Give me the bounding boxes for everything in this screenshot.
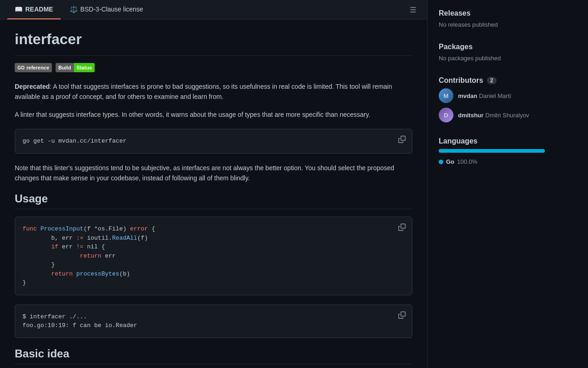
readme-area: interfacer GO reference Build Status Dep — [0, 20, 427, 368]
languages-label: Languages — [439, 137, 477, 145]
code-readall: ReadAll — [112, 235, 137, 242]
contributor-dmitshur[interactable]: D dmitshur Dmitri Shuralyov — [439, 108, 545, 122]
code-processbytes: processBytes — [73, 270, 119, 277]
languages-title: Languages — [439, 137, 545, 145]
main-content: 📖 README ⚖️ BSD-3-Clause license ☰ inter… — [0, 0, 427, 368]
cli-code-block: $ interfacer ./... foo.go:10:19: f can b… — [15, 305, 413, 338]
badge-go-left: GO reference — [15, 63, 52, 72]
code-return-error: error — [130, 225, 148, 232]
deprecated-text: : A tool that suggests interfaces is pro… — [15, 83, 392, 100]
code-if: if — [51, 243, 58, 250]
code-if-expr: err — [58, 243, 76, 250]
contributors-label: Contributors — [439, 76, 483, 85]
code-params: (f *os.File) — [84, 225, 130, 232]
contributor-mvdan[interactable]: M mvdan Daniel Martí — [439, 88, 545, 103]
code-func-keyword: func — [23, 225, 37, 232]
tab-readme[interactable]: 📖 README — [7, 0, 61, 19]
install-code-block: go get -u mvdan.cc/interfacer — [15, 129, 413, 154]
code-close-func: } — [23, 279, 26, 286]
copy-usage-button[interactable] — [396, 222, 407, 234]
code-assign-op: := — [76, 235, 84, 242]
releases-empty: No releases published — [439, 21, 545, 28]
code-func-name: ProcessInput — [40, 225, 84, 232]
tab-license-label: BSD-3-Clause license — [80, 6, 143, 13]
copy-install-button[interactable] — [396, 134, 407, 146]
note-block: Note that this linter's suggestions tend… — [15, 163, 413, 184]
deprecated-label: Deprecated — [15, 83, 50, 90]
build-label: Build — [58, 65, 71, 70]
avatar-dmitshur: D — [439, 108, 453, 122]
badges-row: GO reference Build Status — [15, 63, 413, 72]
packages-empty: No packages published — [439, 55, 545, 62]
languages-section: Languages Go 100.0% — [439, 137, 545, 165]
go-lang-dot — [439, 160, 443, 164]
page-title: interfacer — [15, 31, 413, 48]
packages-title: Packages — [439, 43, 545, 51]
contributor-dmitshur-username: dmitshur — [458, 112, 484, 119]
contributor-mvdan-username: mvdan — [458, 92, 477, 99]
go-lang-name: Go — [446, 158, 454, 165]
code-nil-brace: nil { — [84, 243, 105, 250]
sidebar: Releases No releases published Packages … — [427, 0, 556, 368]
badge-build-right: Status — [74, 63, 95, 72]
tab-bar-right: ☰ — [406, 4, 420, 16]
code-return-2: return — [51, 270, 73, 277]
readme-book-icon: 📖 — [15, 6, 23, 13]
avatar-initials-mvdan: M — [444, 92, 449, 99]
go-label: GO — [17, 65, 25, 70]
go-lang-percent: 100.0% — [457, 158, 477, 165]
packages-section: Packages No packages published — [439, 43, 545, 62]
code-neq: != — [76, 243, 84, 250]
releases-label: Releases — [439, 9, 470, 17]
tab-bar-left: 📖 README ⚖️ BSD-3-Clause license — [7, 0, 151, 19]
badge-ref-text: reference — [27, 65, 50, 70]
basic-idea-heading: Basic idea — [15, 347, 413, 364]
badge-build-left: Build — [56, 63, 74, 72]
code-processbytes-param: (b) — [119, 270, 130, 277]
go-reference-badge[interactable]: GO reference — [15, 63, 52, 72]
avatar-initials-dmitshur: D — [444, 112, 448, 119]
copy-cli-button[interactable] — [396, 310, 407, 322]
usage-heading: Usage — [15, 192, 413, 209]
code-close-if: } — [51, 261, 55, 268]
contributor-mvdan-info: mvdan Daniel Martí — [458, 92, 511, 99]
deprecated-block: Deprecated: A tool that suggests interfa… — [15, 81, 413, 102]
cli-output: foo.go:10:19: f can be io.Reader — [23, 322, 137, 329]
language-go-item: Go 100.0% — [439, 158, 545, 165]
copy-icon-2 — [398, 224, 406, 231]
status-label: Status — [77, 65, 92, 70]
usage-code-block: func ProcessInput(f *os.File) error { b,… — [15, 217, 413, 295]
languages-bar — [439, 149, 545, 153]
code-readall-param: (f) — [137, 235, 148, 242]
title-divider — [15, 55, 413, 56]
tab-readme-label: README — [25, 6, 53, 13]
code-return-err: err — [102, 253, 116, 259]
tab-license[interactable]: ⚖️ BSD-3-Clause license — [62, 0, 151, 19]
menu-button[interactable]: ☰ — [406, 4, 420, 16]
code-ioutil: ioutil. — [84, 235, 112, 242]
contributors-section: Contributors 2 M mvdan Daniel Martí D dm… — [439, 76, 545, 122]
contributor-dmitshur-fullname: Dmitri Shuralyov — [486, 112, 529, 119]
hamburger-icon: ☰ — [410, 6, 416, 14]
code-assign-1: b, err — [51, 235, 76, 242]
build-status-badge[interactable]: Build Status — [56, 63, 95, 72]
releases-title: Releases — [439, 9, 545, 17]
packages-label: Packages — [439, 43, 473, 51]
contributors-title: Contributors 2 — [439, 76, 545, 85]
install-command: go get -u mvdan.cc/interfacer — [23, 138, 126, 144]
contributors-count-badge: 2 — [487, 77, 497, 84]
code-return-1: return — [80, 253, 102, 259]
cli-command: $ interfacer ./... — [23, 313, 87, 320]
avatar-mvdan: M — [439, 88, 453, 103]
tab-bar: 📖 README ⚖️ BSD-3-Clause license ☰ — [0, 0, 427, 20]
releases-section: Releases No releases published — [439, 9, 545, 28]
copy-icon — [398, 136, 406, 143]
code-open-brace: { — [148, 225, 155, 232]
license-scale-icon: ⚖️ — [70, 6, 78, 13]
description-block: A linter that suggests interface types. … — [15, 109, 413, 120]
contributor-dmitshur-info: dmitshur Dmitri Shuralyov — [458, 111, 529, 119]
contributor-mvdan-fullname: Daniel Martí — [479, 92, 511, 99]
copy-icon-3 — [398, 311, 406, 319]
